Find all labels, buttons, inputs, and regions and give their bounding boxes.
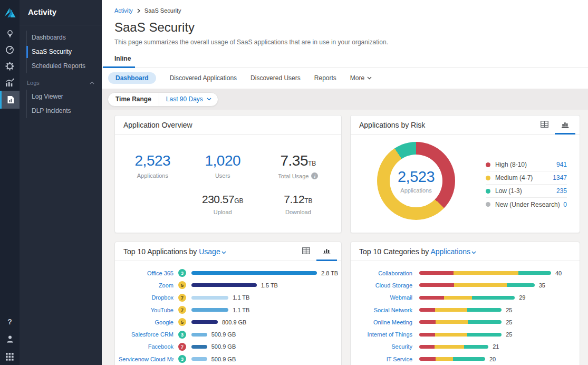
usage-bar[interactable]	[191, 345, 207, 349]
chart-view-icon[interactable]	[555, 116, 575, 135]
stacked-bar[interactable]	[419, 308, 502, 312]
legend-value[interactable]: 0	[563, 201, 567, 208]
legend-row[interactable]: Low (1-3)235	[486, 185, 567, 198]
tab-discovered-applications[interactable]: Discovered Applications	[170, 74, 237, 82]
usage-bar[interactable]	[191, 296, 228, 300]
stacked-bar[interactable]	[419, 296, 515, 300]
stacked-bar[interactable]	[419, 283, 535, 287]
app-name-link[interactable]: Facebook	[119, 343, 173, 350]
bar-segment-yellow	[435, 345, 464, 349]
rail-item-user[interactable]	[6, 335, 14, 343]
view-toggle	[296, 242, 337, 261]
app-name-link[interactable]: Dropbox	[119, 294, 173, 301]
legend-row[interactable]: New (Under Research)0	[486, 198, 567, 211]
sidebar-item-dlp-incidents[interactable]: DLP Incidents	[27, 104, 102, 118]
category-name-link[interactable]: IT Service	[354, 356, 412, 362]
sidebar-item-log-viewer[interactable]: Log Viewer	[27, 90, 102, 104]
red-dot-icon	[486, 162, 490, 167]
legend-value[interactable]: 941	[556, 161, 567, 168]
category-name-link[interactable]: Social Network	[354, 307, 412, 313]
app-name-link[interactable]: Office 365	[119, 270, 173, 276]
app-name-link[interactable]: Servicenow Cloud Ma...	[119, 356, 173, 362]
category-row: Webmail29	[354, 292, 574, 304]
usage-bar[interactable]	[191, 357, 207, 361]
usage-bar[interactable]	[191, 333, 207, 337]
rail-item-insights[interactable]	[0, 25, 20, 42]
risk-score-badge: 3	[178, 269, 186, 277]
tab-more[interactable]: More	[350, 74, 372, 82]
stacked-bar[interactable]	[419, 345, 488, 349]
stacked-bar[interactable]	[419, 271, 551, 275]
donut-center: 2,523 Applications	[377, 142, 455, 220]
risk-donut-chart[interactable]: 2,523 Applications	[377, 142, 455, 220]
user-icon	[6, 335, 14, 343]
sidebar-group-logs[interactable]: Logs	[20, 73, 102, 90]
bar-segment-red	[419, 345, 435, 349]
legend-row[interactable]: High (8-10)941	[486, 158, 567, 171]
usage-value: 500.9 GB	[211, 343, 236, 350]
app-name-link[interactable]: Zoom	[119, 282, 173, 289]
stacked-bar[interactable]	[419, 333, 502, 337]
chart-view-icon[interactable]	[316, 242, 337, 261]
bar-segment-red	[419, 296, 444, 300]
rail-item-activity-monitor[interactable]	[0, 74, 20, 91]
rail-item-dashboards[interactable]	[0, 42, 20, 58]
sidebar-item-dashboards[interactable]: Dashboards	[27, 31, 102, 45]
card-title: Top 10 Applications by Usage	[123, 247, 226, 256]
category-value: 21	[493, 343, 499, 350]
metric-selector[interactable]: Applications	[430, 247, 470, 256]
category-name-link[interactable]: Security	[354, 343, 412, 350]
category-value: 40	[555, 270, 562, 276]
legend-value[interactable]: 235	[556, 187, 567, 195]
stacked-bar[interactable]	[419, 357, 485, 361]
category-name-link[interactable]: Collaboration	[354, 270, 412, 276]
sidebar-item-saas-security[interactable]: SaaS Security	[27, 45, 102, 59]
stacked-bar[interactable]	[419, 320, 502, 324]
legend-row[interactable]: Medium (4-7)1347	[486, 171, 567, 185]
mode-tabs: Inline	[102, 53, 588, 68]
chevron-down-icon	[471, 247, 476, 256]
category-name-link[interactable]: Cloud Storage	[354, 282, 412, 289]
table-view-icon[interactable]	[296, 242, 316, 261]
tab-discovered-users[interactable]: Discovered Users	[250, 74, 301, 82]
rail-item-settings[interactable]	[0, 58, 20, 74]
app-name-link[interactable]: Google	[119, 319, 173, 325]
card-top-categories: Top 10 Categories by Applications Collab…	[350, 242, 580, 365]
usage-bar[interactable]	[191, 320, 218, 324]
app-name-link[interactable]: YouTube	[119, 307, 173, 313]
category-name-link[interactable]: Webmail	[354, 294, 412, 301]
usage-bar[interactable]	[191, 308, 228, 312]
table-view-icon[interactable]	[534, 116, 555, 135]
info-icon[interactable]: i	[311, 172, 318, 179]
stat-value: 230.57GB	[185, 193, 261, 206]
legend-value[interactable]: 1347	[553, 174, 567, 181]
sidebar-item-scheduled-reports[interactable]: Scheduled Reports	[27, 59, 102, 73]
time-range-filter[interactable]: Time Range Last 90 Days	[108, 92, 218, 107]
rail-item-help[interactable]: ?	[7, 318, 12, 326]
app-usage-row: Office 36532.8 TB	[119, 267, 336, 279]
time-range-value[interactable]: Last 90 Days	[159, 95, 207, 103]
category-name-link[interactable]: Internet of Things	[354, 331, 412, 338]
category-name-link[interactable]: Online Meeting	[354, 319, 412, 325]
rail-item-reports[interactable]	[0, 91, 20, 109]
app-usage-row: Servicenow Cloud Ma...3500.9 GB	[119, 353, 336, 365]
gear-icon	[5, 62, 14, 71]
page-description: This page summarizes the overall usage o…	[114, 39, 575, 46]
usage-bar[interactable]	[191, 271, 317, 275]
bar-segment-green	[507, 283, 535, 287]
tab-inline[interactable]: Inline	[103, 55, 135, 68]
metric-selector[interactable]: Usage	[199, 247, 220, 256]
category-value: 25	[506, 319, 512, 325]
bar-segment-red	[419, 357, 436, 361]
tab-dashboard[interactable]: Dashboard	[108, 72, 156, 84]
breadcrumb-activity-link[interactable]: Activity	[114, 7, 133, 14]
usage-bar[interactable]	[191, 283, 257, 287]
chevron-down-icon	[367, 76, 372, 80]
page-title: SaaS Security	[114, 20, 575, 35]
bar-segment-yellow	[435, 308, 467, 312]
rail-item-apps[interactable]	[6, 352, 14, 361]
brand-logo[interactable]	[0, 0, 20, 25]
tab-reports[interactable]: Reports	[314, 74, 336, 82]
category-row: Internet of Things25	[354, 328, 574, 340]
app-name-link[interactable]: Salesforce CRM	[119, 331, 173, 338]
